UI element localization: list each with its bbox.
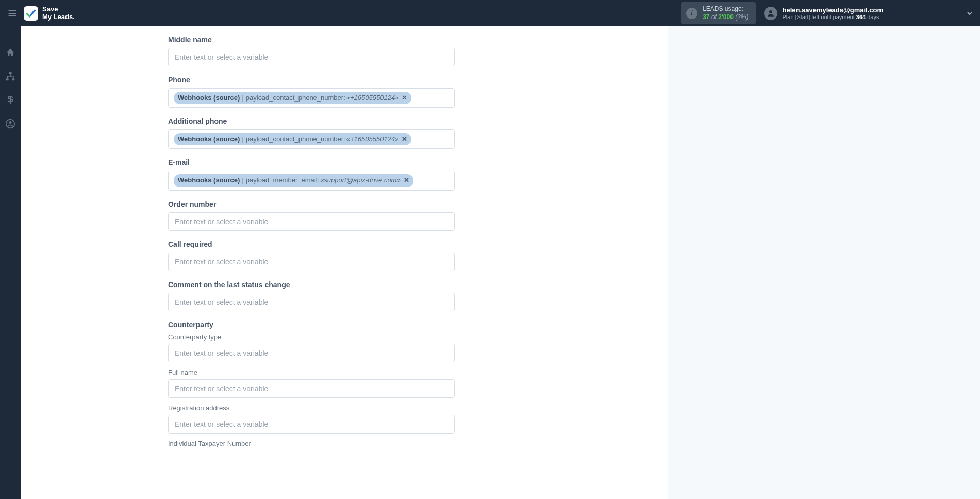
chip-email-remove[interactable]: ✕	[404, 176, 409, 185]
dollar-icon	[5, 95, 15, 105]
field-call-required: Call required	[168, 240, 455, 271]
svg-point-3	[769, 10, 772, 13]
menu-button[interactable]	[6, 7, 19, 20]
field-order-number: Order number	[168, 200, 455, 231]
form-card: Middle name Phone Webhooks (source) | pa…	[21, 26, 668, 499]
label-additional-phone: Additional phone	[168, 117, 455, 125]
brand-logo[interactable]: Save My Leads.	[24, 6, 75, 21]
hamburger-icon	[7, 8, 18, 19]
input-comment-status-text[interactable]	[174, 297, 449, 307]
chip-additional-phone-remove[interactable]: ✕	[402, 135, 407, 144]
svg-rect-5	[6, 78, 9, 80]
input-full-name[interactable]	[168, 379, 455, 398]
svg-rect-4	[9, 72, 12, 74]
sidebar-billing[interactable]	[5, 94, 16, 106]
chevron-down-icon	[966, 9, 974, 18]
chip-phone-remove[interactable]: ✕	[402, 93, 407, 103]
field-phone: Phone Webhooks (source) | payload_contac…	[168, 76, 455, 108]
svg-rect-6	[12, 78, 14, 80]
brand-name: Save My Leads.	[42, 6, 75, 21]
sidebar-home[interactable]	[5, 47, 16, 58]
check-icon	[26, 8, 36, 19]
label-phone: Phone	[168, 76, 455, 84]
chip-phone: Webhooks (source) | payload_contact_phon…	[174, 92, 411, 104]
input-additional-phone[interactable]: Webhooks (source) | payload_contact_phon…	[168, 129, 455, 149]
logo-mark	[24, 6, 38, 21]
chip-email: Webhooks (source) | payload_member_email…	[174, 174, 413, 187]
main-area: Middle name Phone Webhooks (source) | pa…	[21, 26, 980, 499]
usage-text: LEADS usage: 37 of 2'000 (2%)	[703, 5, 748, 21]
input-middle-name[interactable]	[168, 48, 455, 66]
label-itn: Individual Taxpayer Number	[168, 440, 455, 447]
input-comment-status[interactable]	[168, 293, 455, 311]
input-call-required-text[interactable]	[174, 257, 449, 267]
input-counterparty-type-text[interactable]	[174, 348, 449, 358]
chip-additional-phone: Webhooks (source) | payload_contact_phon…	[174, 133, 411, 145]
field-registration-address: Registration address	[168, 404, 455, 434]
label-counterparty-type: Counterparty type	[168, 333, 455, 341]
leads-usage-badge[interactable]: i LEADS usage: 37 of 2'000 (2%)	[681, 2, 755, 24]
field-comment-status: Comment on the last status change	[168, 280, 455, 311]
app-header: Save My Leads. i LEADS usage: 37 of 2'00…	[0, 0, 980, 26]
account-menu[interactable]: helen.savemyleads@gmail.com Plan |Start|…	[764, 6, 884, 20]
user-icon	[766, 9, 775, 18]
label-full-name: Full name	[168, 369, 455, 376]
label-middle-name: Middle name	[168, 36, 455, 44]
input-order-number[interactable]	[168, 212, 455, 231]
account-text: helen.savemyleads@gmail.com Plan |Start|…	[783, 6, 884, 20]
label-comment-status: Comment on the last status change	[168, 280, 455, 289]
field-email: E-mail Webhooks (source) | payload_membe…	[168, 158, 455, 190]
field-additional-phone: Additional phone Webhooks (source) | pay…	[168, 117, 455, 149]
avatar	[764, 7, 777, 20]
field-full-name: Full name	[168, 369, 455, 398]
input-registration-address-text[interactable]	[174, 420, 449, 429]
label-registration-address: Registration address	[168, 404, 455, 412]
input-call-required[interactable]	[168, 253, 455, 271]
label-email: E-mail	[168, 158, 455, 167]
sidebar-connections[interactable]	[5, 71, 16, 82]
field-counterparty-type: Counterparty type	[168, 333, 455, 362]
input-registration-address[interactable]	[168, 415, 455, 434]
input-email[interactable]: Webhooks (source) | payload_member_email…	[168, 171, 455, 190]
sidebar	[0, 26, 21, 499]
field-middle-name: Middle name	[168, 36, 455, 66]
label-order-number: Order number	[168, 200, 455, 208]
home-icon	[5, 47, 15, 58]
section-counterparty: Counterparty	[168, 321, 455, 329]
input-full-name-text[interactable]	[174, 384, 449, 393]
input-counterparty-type[interactable]	[168, 344, 455, 362]
input-middle-name-text[interactable]	[174, 53, 449, 62]
user-circle-icon	[5, 119, 15, 129]
sidebar-profile[interactable]	[5, 118, 16, 129]
label-call-required: Call required	[168, 240, 455, 248]
input-order-number-text[interactable]	[174, 217, 449, 226]
info-icon: i	[686, 8, 697, 19]
field-itn: Individual Taxpayer Number	[168, 440, 455, 447]
svg-point-8	[9, 121, 12, 124]
input-phone[interactable]: Webhooks (source) | payload_contact_phon…	[168, 88, 455, 108]
account-chevron[interactable]	[966, 9, 974, 18]
sitemap-icon	[5, 71, 15, 81]
